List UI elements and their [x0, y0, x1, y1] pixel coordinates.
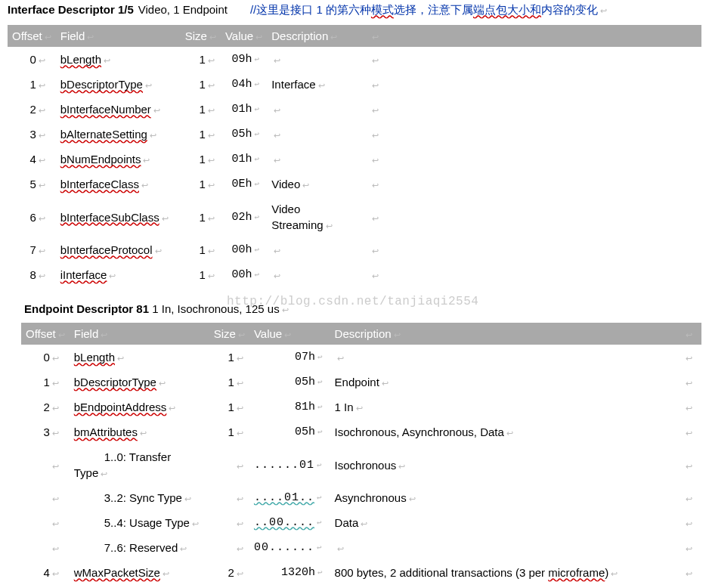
- cell-offset: ↩: [21, 535, 70, 560]
- cell-end: ↩: [679, 395, 701, 419]
- cell-field: wMaxPacketSize↩: [70, 560, 209, 585]
- table-row: 1↩bDescriptorType↩1↩05h↩Endpoint↩↩: [21, 370, 701, 395]
- cell-field: bInterfaceProtocol↩: [56, 237, 181, 262]
- table-row: 0↩bLength↩1↩09h↩↩↩: [8, 47, 701, 72]
- col-value: Value↩: [249, 323, 330, 345]
- table-row: 4↩bNumEndpoints↩1↩01h↩↩↩: [8, 147, 701, 172]
- cell-offset: 0↩: [8, 47, 56, 72]
- cell-end: ↩: [679, 510, 701, 535]
- cell-field: bInterfaceClass↩: [56, 172, 181, 197]
- table-row: 2↩bEndpointAddress↩1↩81h↩1 In↩↩: [21, 395, 701, 419]
- cell-field: bDescriptorType↩: [56, 72, 181, 97]
- table-row: 5↩bInterfaceClass↩1↩0Eh↩Video↩↩: [8, 172, 701, 197]
- cell-field: bNumEndpoints↩: [56, 147, 181, 172]
- cell-offset: 0↩: [21, 345, 70, 370]
- cell-description: Interface↩: [267, 72, 365, 97]
- table-row: 2↩bInterfaceNumber↩1↩01h↩↩↩: [8, 97, 701, 122]
- col-value: Value↩: [221, 25, 267, 47]
- cell-end: ↩: [679, 560, 701, 585]
- cell-value: 01h↩: [221, 147, 267, 172]
- cell-value: 1320h↩: [249, 560, 330, 585]
- table-row: 6↩bInterfaceSubClass↩1↩02h↩Video Streami…: [8, 197, 701, 237]
- cell-offset: ↩: [21, 485, 70, 510]
- table-row: 7↩bInterfaceProtocol↩1↩00h↩↩↩: [8, 237, 701, 262]
- cell-end: ↩: [679, 345, 701, 370]
- cell-offset: 1↩: [21, 370, 70, 395]
- cell-size: 1↩: [209, 370, 249, 395]
- cell-field: bInterfaceSubClass↩: [56, 197, 181, 237]
- section2-title: Endpoint Descriptor 81: [24, 302, 149, 315]
- table-header-row: Offset↩ Field↩ Size↩ Value↩ Description↩…: [21, 323, 701, 345]
- cell-size: 1↩: [181, 197, 221, 237]
- cell-end: ↩: [679, 444, 701, 485]
- cell-value: ....01..↩: [249, 485, 330, 510]
- cell-end: ↩: [365, 147, 701, 172]
- cell-description: Video Streaming↩: [267, 197, 365, 237]
- cell-value: 00......↩: [249, 535, 330, 560]
- cell-end: ↩: [365, 172, 701, 197]
- cell-size: 1↩: [181, 147, 221, 172]
- cell-size: 1↩: [181, 237, 221, 262]
- col-field: Field↩: [70, 323, 209, 345]
- cell-value: 05h↩: [221, 122, 267, 147]
- cell-offset: 2↩: [8, 97, 56, 122]
- cell-value: 07h↩: [249, 345, 330, 370]
- cell-end: ↩: [365, 72, 701, 97]
- cell-end: ↩: [679, 370, 701, 395]
- cell-description: ↩: [267, 47, 365, 72]
- col-description: Description↩: [267, 25, 365, 47]
- cell-field: bEndpointAddress↩: [70, 395, 209, 419]
- cell-field: bAlternateSetting↩: [56, 122, 181, 147]
- cell-size: 1↩: [181, 172, 221, 197]
- cell-field: 1..0: Transfer Type↩: [70, 444, 209, 485]
- section1-title: Interface Descriptor 1/5: [8, 3, 134, 16]
- cell-size: 1↩: [209, 419, 249, 444]
- cell-size: 1↩: [181, 72, 221, 97]
- cell-value: 01h↩: [221, 97, 267, 122]
- cell-offset: 6↩: [8, 197, 56, 237]
- section1-comment: //这里是接口 1 的第六种模式选择，注意下属端点包大小和内容的变化↩: [250, 3, 607, 17]
- cell-end: ↩: [679, 485, 701, 510]
- cell-description: Isochronous, Asynchronous, Data↩: [330, 419, 679, 444]
- cell-offset: 4↩: [21, 560, 70, 585]
- cell-field: 3..2: Sync Type↩: [70, 485, 209, 510]
- cell-offset: 5↩: [8, 172, 56, 197]
- col-offset: Offset↩: [8, 25, 56, 47]
- cell-field: 7..6: Reserved↩: [70, 535, 209, 560]
- cell-description: ↩: [267, 97, 365, 122]
- cell-value: 00h↩: [221, 237, 267, 262]
- col-offset: Offset↩: [21, 323, 70, 345]
- cell-offset: 8↩: [8, 262, 56, 287]
- cell-description: 800 bytes, 2 additional transactions (3 …: [330, 560, 679, 585]
- cell-field: iInterface↩: [56, 262, 181, 287]
- cell-size: 1↩: [181, 97, 221, 122]
- cell-description: Data↩: [330, 510, 679, 535]
- cell-value: 02h↩: [221, 197, 267, 237]
- cell-offset: 1↩: [8, 72, 56, 97]
- cell-end: ↩: [365, 47, 701, 72]
- cell-description: 1 In↩: [330, 395, 679, 419]
- cell-offset: 4↩: [8, 147, 56, 172]
- cell-size: ↩: [209, 485, 249, 510]
- cell-offset: ↩: [21, 444, 70, 485]
- cell-offset: 3↩: [8, 122, 56, 147]
- table-header-row: Offset↩ Field↩ Size↩ Value↩ Description↩…: [8, 25, 701, 47]
- col-field: Field↩: [56, 25, 181, 47]
- cell-description: ↩: [267, 237, 365, 262]
- cell-size: ↩: [209, 535, 249, 560]
- table-row: ↩3..2: Sync Type↩↩....01..↩Asynchronous↩…: [21, 485, 701, 510]
- section2-sub: 1 In, Isochronous, 125 us: [152, 302, 279, 315]
- cell-end: ↩: [679, 419, 701, 444]
- cell-size: 1↩: [209, 345, 249, 370]
- cell-size: 1↩: [181, 47, 221, 72]
- endpoint-descriptor-table: Offset↩ Field↩ Size↩ Value↩ Description↩…: [21, 323, 701, 585]
- cell-description: ↩: [267, 122, 365, 147]
- table-row: ↩1..0: Transfer Type↩↩......01↩Isochrono…: [21, 444, 701, 485]
- section2-header: Endpoint Descriptor 81 1 In, Isochronous…: [24, 302, 701, 315]
- col-size: Size↩: [209, 323, 249, 345]
- cell-offset: 3↩: [21, 419, 70, 444]
- section1-sub: Video, 1 Endpoint: [138, 3, 228, 16]
- cell-description: Video↩: [267, 172, 365, 197]
- cell-description: Endpoint↩: [330, 370, 679, 395]
- col-size: Size↩: [181, 25, 221, 47]
